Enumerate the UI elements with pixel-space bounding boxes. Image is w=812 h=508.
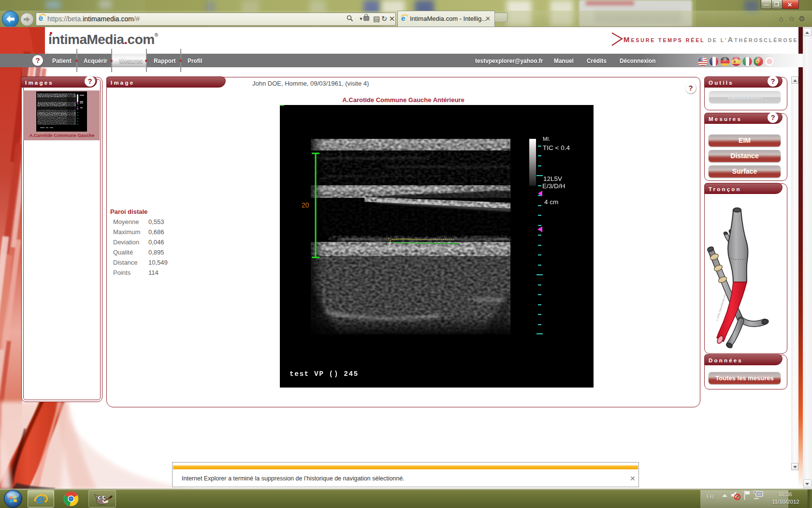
svg-text:MI.: MI. (543, 136, 550, 142)
svg-text:TIC < 0.4: TIC < 0.4 (543, 144, 570, 151)
svg-text:e: e (36, 492, 44, 507)
svg-text:test VP () 245: test VP () 245 (290, 370, 359, 378)
svg-text:MESURETEMPSRÉELDEL'ATHÉROSCLÉR: MESURETEMPSRÉELDEL'ATHÉROSCLÉROSE (624, 35, 798, 44)
svg-text:E/3/D/H: E/3/D/H (542, 182, 565, 190)
svg-text:12L5V: 12L5V (543, 175, 562, 182)
svg-text:20: 20 (302, 201, 309, 209)
svg-text:4 cm: 4 cm (544, 198, 558, 206)
